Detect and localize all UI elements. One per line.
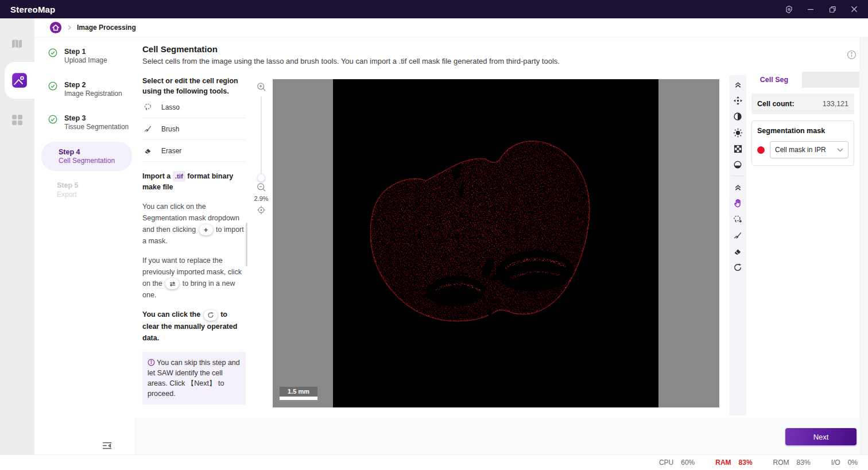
breadcrumb-page: Image Processing xyxy=(77,24,136,32)
steps-panel: Step 1 Upload Image Step 2 Image Registr… xyxy=(34,37,134,455)
chevron-right-icon xyxy=(67,25,72,30)
contrast-icon[interactable] xyxy=(729,108,746,125)
step-title: Step 1 xyxy=(64,47,107,56)
step-item-5-disabled: Step 5 Export xyxy=(34,176,134,204)
page-title: Cell Segmentation xyxy=(142,44,218,54)
plus-chip-icon: + xyxy=(199,224,213,235)
step-item-2[interactable]: Step 2 Image Registration xyxy=(34,75,134,104)
replace-paragraph: If you want to replace the previously im… xyxy=(142,255,246,301)
check-circle-icon xyxy=(48,81,57,91)
checkerboard-icon[interactable] xyxy=(729,141,746,157)
scrollbar-thumb[interactable] xyxy=(246,223,247,266)
left-icon-rail xyxy=(0,18,34,455)
zoom-out-icon[interactable] xyxy=(257,182,266,192)
scale-bar-label: 1.5 mm xyxy=(280,387,317,397)
rom-stat: ROM83% xyxy=(773,459,811,467)
lasso-add-icon[interactable] xyxy=(729,211,746,227)
chevron-down-icon xyxy=(837,148,843,152)
instructions-panel: Select or edit the cell region using the… xyxy=(142,76,246,405)
canvas-toolbar xyxy=(729,75,746,415)
settings-gear-icon[interactable] xyxy=(780,2,798,17)
reset-icon xyxy=(204,310,218,321)
zoom-slider-thumb[interactable] xyxy=(257,174,265,182)
next-button[interactable]: Next xyxy=(785,428,857,445)
step-sublabel: Tissue Segmentation xyxy=(64,123,129,132)
clear-paragraph: You can click the to clear the manually … xyxy=(142,309,246,343)
skip-note: You can skip this step and let SAW ident… xyxy=(142,352,246,405)
app-title: StereoMap xyxy=(0,5,56,14)
import-paragraph: You can click on the Segmentation mask d… xyxy=(142,201,246,247)
mask-color-dot xyxy=(757,146,765,154)
panel-body: Cell count: 133,121 Segmentation mask Ce… xyxy=(746,88,859,172)
titlebar: StereoMap xyxy=(0,0,868,18)
breadcrumb: Image Processing xyxy=(34,18,868,37)
footer-strip xyxy=(134,418,868,455)
io-stat: I/O0% xyxy=(831,459,858,467)
adjust-position-icon[interactable] xyxy=(729,92,746,108)
levels-icon[interactable] xyxy=(729,157,746,173)
step-item-4-active[interactable]: Step 4 Cell Segmentation xyxy=(41,142,132,172)
brush-icon xyxy=(144,125,152,133)
mask-dropdown-value: Cell mask in IPR xyxy=(775,146,826,154)
collapse-panel-icon[interactable] xyxy=(102,441,112,450)
rail-active-item-image-processing[interactable] xyxy=(5,62,34,99)
main-area: Image Processing Step 1 Upload Image Ste… xyxy=(34,18,868,455)
mask-row: Cell mask in IPR xyxy=(757,141,848,158)
cell-count-label: Cell count: xyxy=(757,100,795,108)
info-icon[interactable] xyxy=(847,50,857,60)
eraser-icon[interactable] xyxy=(729,243,746,259)
eraser-icon xyxy=(144,146,152,155)
tool-label: Brush xyxy=(161,125,179,133)
check-circle-icon xyxy=(48,48,57,57)
tool-label: Eraser xyxy=(161,147,181,155)
fit-view-icon[interactable] xyxy=(257,205,266,215)
check-circle-icon xyxy=(48,115,57,124)
scale-bar: 1.5 mm xyxy=(280,387,317,400)
tif-chip: .tif xyxy=(173,171,185,182)
segmentation-mask-card: Segmentation mask Cell mask in IPR xyxy=(751,121,854,166)
apps-grid-icon[interactable] xyxy=(0,110,34,130)
step-title: Step 3 xyxy=(64,114,129,123)
step-title: Step 4 xyxy=(59,147,115,157)
step-sublabel: Cell Segmentation xyxy=(59,157,115,166)
scale-bar-rule xyxy=(280,397,317,400)
step-sublabel: Export xyxy=(57,191,79,200)
step-item-3[interactable]: Step 3 Tissue Segmentation xyxy=(34,108,134,137)
step-item-1[interactable]: Step 1 Upload Image xyxy=(34,42,134,71)
tool-row-brush[interactable]: Brush xyxy=(142,118,246,140)
cpu-stat: CPU60% xyxy=(659,459,695,467)
collapse-up-icon[interactable] xyxy=(729,179,746,195)
mask-dropdown[interactable]: Cell mask in IPR xyxy=(770,141,848,158)
tab-cell-seg[interactable]: Cell Seg xyxy=(746,72,802,88)
brush-icon[interactable] xyxy=(729,227,746,243)
ram-stat: RAM83% xyxy=(715,459,752,467)
app-window: Image Processing Step 1 Upload Image Ste… xyxy=(0,18,868,470)
reset-icon[interactable] xyxy=(729,259,746,275)
hand-pan-icon-active[interactable] xyxy=(729,195,746,211)
zoom-in-icon[interactable] xyxy=(257,82,266,92)
microscopy-image[interactable] xyxy=(333,79,658,407)
minimize-icon[interactable] xyxy=(801,2,820,17)
zoom-controls: 2.9% xyxy=(253,79,270,215)
zoom-slider[interactable] xyxy=(261,96,262,178)
tool-row-eraser[interactable]: Eraser xyxy=(142,140,246,162)
tools-heading: Select or edit the cell region using the… xyxy=(142,76,246,96)
image-canvas[interactable]: 1.5 mm xyxy=(273,79,719,407)
restore-icon[interactable] xyxy=(823,2,842,17)
close-icon[interactable] xyxy=(845,2,863,17)
page-description: Select cells from the image using the la… xyxy=(142,57,560,65)
swap-icon xyxy=(165,278,179,289)
content-area: Cell Segmentation Select cells from the … xyxy=(134,37,868,455)
tool-row-lasso[interactable]: Lasso xyxy=(142,96,246,118)
step-title: Step 5 xyxy=(57,181,79,190)
collapse-up-icon[interactable] xyxy=(729,76,746,92)
brightness-icon[interactable] xyxy=(729,125,746,141)
import-heading: Import a .tif format binary make file xyxy=(142,171,246,193)
zoom-level: 2.9% xyxy=(254,195,268,202)
cell-seg-panel: Cell Seg Cell count: 133,121 Segmentatio… xyxy=(746,72,859,415)
status-bar: CPU60% RAM83% ROM83% I/O0% xyxy=(0,455,868,470)
home-icon[interactable] xyxy=(49,21,62,34)
step-sublabel: Image Registration xyxy=(64,90,122,99)
segmentation-mask-title: Segmentation mask xyxy=(757,127,848,135)
map-icon[interactable] xyxy=(0,34,34,54)
